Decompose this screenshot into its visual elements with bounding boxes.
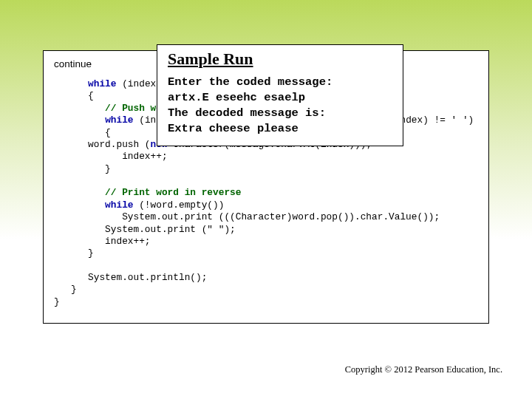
slide: continue while (index < message.length()… [0, 0, 532, 399]
sample-run-box: Sample Run Enter the coded message: artx… [157, 44, 403, 146]
code-l11a: while [54, 200, 134, 211]
code-l17: System.out.println(); [88, 272, 207, 283]
code-l11b: (!word.empty()) [134, 200, 225, 211]
copyright-text: Copyright © 2012 Pearson Education, Inc. [345, 364, 502, 375]
sample-line4: Extra cheese please [168, 122, 299, 135]
code-l13: System.out.print (" "); [88, 224, 236, 235]
sample-line2: artx.E eseehc esaelp [168, 91, 305, 104]
code-l10: // Print word in reverse [88, 187, 241, 198]
code-l8: } [88, 163, 111, 174]
kw-while-2: while [105, 115, 133, 126]
sample-line3: The decoded message is: [168, 106, 326, 120]
code-l14: index++; [88, 236, 150, 247]
sample-line1: Enter the coded message: [168, 75, 332, 89]
code-l5: { [88, 127, 111, 138]
sample-run-body: Enter the coded message: artx.E eseehc e… [168, 75, 395, 137]
code-l15: } [88, 248, 94, 259]
sample-run-title: Sample Run [168, 50, 395, 69]
code-l6a: word.push ( [54, 139, 151, 150]
code-l12: System.out.print (((Character)word.pop()… [88, 211, 440, 222]
code-l2: { [88, 90, 94, 101]
code-l7: index++; [88, 151, 168, 162]
kw-while: while [88, 78, 116, 89]
